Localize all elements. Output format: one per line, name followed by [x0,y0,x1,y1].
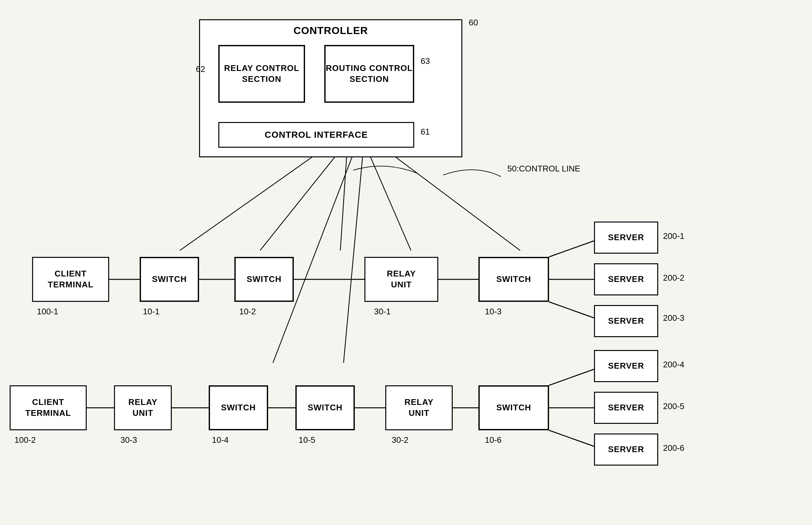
relay-unit-30-1: RELAYUNIT [364,257,438,302]
svg-line-19 [549,369,594,385]
label-62: 62 [196,64,205,74]
svg-line-2 [340,154,347,251]
server-200-1: SERVER [594,222,658,254]
label-200-5: 200-5 [663,401,685,411]
label-10-4: 10-4 [212,435,229,445]
label-10-2: 10-2 [239,307,256,317]
label-10-6: 10-6 [485,435,501,445]
routing-control-section: ROUTING CONTROLSECTION [324,45,414,103]
label-200-2: 200-2 [663,273,685,283]
svg-line-21 [549,430,594,446]
server-200-2: SERVER [594,263,658,296]
label-30-1: 30-1 [374,307,391,317]
controller-label: CONTROLLER [200,24,461,38]
svg-line-3 [369,154,411,251]
relay-control-section: RELAY CONTROLSECTION [218,45,305,103]
label-10-1: 10-1 [143,307,160,317]
label-10-5: 10-5 [299,435,315,445]
routing-control-label: ROUTING CONTROLSECTION [326,63,413,85]
label-100-2: 100-2 [14,435,36,445]
label-200-3: 200-3 [663,313,685,323]
label-30-3: 30-3 [120,435,137,445]
control-interface-box: CONTROL INTERFACE [218,122,414,148]
server-200-3: SERVER [594,305,658,337]
switch-10-3: SWITCH [478,257,549,302]
control-line-label: 50:CONTROL LINE [507,164,580,174]
svg-line-13 [549,302,594,318]
svg-line-11 [549,241,594,257]
server-200-6: SERVER [594,434,658,466]
label-61: 61 [421,127,430,137]
label-100-1: 100-1 [37,307,58,317]
svg-line-1 [260,154,337,251]
relay-unit-30-3: RELAYUNIT [114,385,172,430]
relay-control-label: RELAY CONTROLSECTION [224,63,299,85]
label-10-3: 10-3 [485,307,501,317]
label-30-2: 30-2 [392,435,408,445]
switch-10-1: SWITCH [140,257,199,302]
svg-line-0 [180,154,316,251]
label-200-4: 200-4 [663,360,685,370]
svg-line-6 [344,154,363,363]
client-terminal-2: CLIENTTERMINAL [10,385,87,430]
label-60: 60 [469,18,478,28]
label-200-6: 200-6 [663,443,685,453]
server-200-5: SERVER [594,392,658,424]
label-200-1: 200-1 [663,231,685,241]
label-63: 63 [421,56,430,66]
svg-line-4 [392,154,520,251]
switch-10-5: SWITCH [296,385,355,430]
switch-10-6: SWITCH [478,385,549,430]
switch-10-2: SWITCH [235,257,294,302]
client-terminal-1: CLIENTTERMINAL [32,257,109,302]
control-interface-label: CONTROL INTERFACE [265,129,367,141]
relay-unit-30-2: RELAYUNIT [385,385,453,430]
server-200-4: SERVER [594,350,658,382]
switch-10-4: SWITCH [209,385,268,430]
